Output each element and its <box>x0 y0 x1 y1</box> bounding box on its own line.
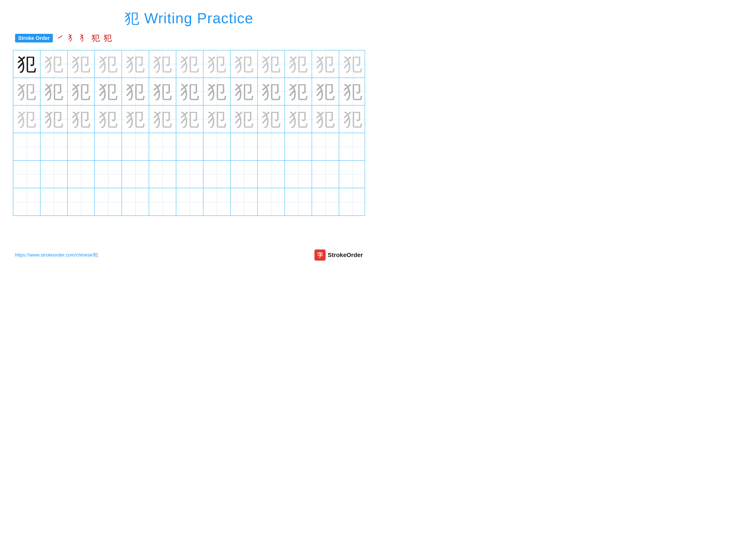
cell-2-6: 犯 <box>149 78 176 105</box>
cell-1-10: 犯 <box>258 50 285 78</box>
char-display: 犯 <box>44 55 63 73</box>
cell-2-4: 犯 <box>95 78 122 105</box>
cell-4-11 <box>285 133 312 160</box>
cell-5-7 <box>176 161 203 188</box>
cell-3-11: 犯 <box>285 106 312 133</box>
cell-3-2: 犯 <box>40 106 68 133</box>
cell-5-1 <box>14 161 40 188</box>
cell-5-9 <box>230 161 258 188</box>
char-display: 犯 <box>343 110 362 129</box>
cell-5-3 <box>68 161 95 188</box>
cell-1-11: 犯 <box>285 50 312 78</box>
cell-2-2: 犯 <box>40 78 68 105</box>
cell-6-3 <box>68 188 95 216</box>
cell-2-1: 犯 <box>14 78 40 105</box>
stroke-order-badge: Stroke Order <box>15 34 53 42</box>
char-display: 犯 <box>207 82 226 101</box>
char-display: 犯 <box>17 55 36 73</box>
footer: https://www.strokeorder.com/chinese/犯 字 … <box>15 249 363 261</box>
char-display: 犯 <box>207 110 226 129</box>
char-display: 犯 <box>17 82 36 101</box>
cell-6-4 <box>95 188 122 216</box>
cell-5-2 <box>40 161 68 188</box>
cell-4-7 <box>176 133 203 160</box>
cell-2-7: 犯 <box>176 78 203 105</box>
page-title: 犯 Writing Practice <box>0 0 378 28</box>
cell-6-12 <box>312 188 339 216</box>
stroke-chars: ㇒ 犭 犭 犯 犯 <box>57 33 112 43</box>
cell-5-12 <box>312 161 339 188</box>
char-display: 犯 <box>180 82 199 101</box>
cell-4-4 <box>95 133 122 160</box>
char-display: 犯 <box>207 55 226 73</box>
char-display: 犯 <box>126 55 145 73</box>
char-display: 犯 <box>343 55 362 73</box>
grid-row-3: 犯 犯 犯 犯 犯 犯 犯 犯 犯 犯 犯 犯 犯 <box>14 106 364 133</box>
cell-6-9 <box>230 188 258 216</box>
brand-name: StrokeOrder <box>328 252 363 259</box>
cell-1-13: 犯 <box>339 50 366 78</box>
char-display: 犯 <box>316 82 335 101</box>
cell-4-8 <box>203 133 230 160</box>
cell-4-6 <box>149 133 176 160</box>
cell-3-5: 犯 <box>122 106 149 133</box>
cell-3-1: 犯 <box>14 106 40 133</box>
cell-4-13 <box>339 133 366 160</box>
stroke-2: 犭 <box>68 33 76 43</box>
char-display: 犯 <box>262 55 281 73</box>
cell-4-5 <box>122 133 149 160</box>
cell-5-8 <box>203 161 230 188</box>
char-display: 犯 <box>44 82 63 101</box>
cell-2-13: 犯 <box>339 78 366 105</box>
grid-row-1: 犯 犯 犯 犯 犯 犯 犯 犯 犯 犯 犯 犯 犯 <box>14 50 364 78</box>
char-display: 犯 <box>343 82 362 101</box>
logo-icon: 字 <box>314 249 326 261</box>
cell-2-8: 犯 <box>203 78 230 105</box>
cell-5-11 <box>285 161 312 188</box>
char-display: 犯 <box>99 82 118 101</box>
char-display: 犯 <box>71 55 91 73</box>
char-display: 犯 <box>99 110 118 129</box>
cell-1-1: 犯 <box>14 50 40 78</box>
char-display: 犯 <box>126 110 145 129</box>
cell-2-10: 犯 <box>258 78 285 105</box>
char-display: 犯 <box>44 110 63 129</box>
char-display: 犯 <box>289 82 308 101</box>
cell-3-12: 犯 <box>312 106 339 133</box>
cell-3-10: 犯 <box>258 106 285 133</box>
char-display: 犯 <box>180 55 199 73</box>
grid-row-4 <box>14 133 364 161</box>
cell-2-3: 犯 <box>68 78 95 105</box>
cell-6-2 <box>40 188 68 216</box>
char-display: 犯 <box>17 110 36 129</box>
cell-4-10 <box>258 133 285 160</box>
cell-1-7: 犯 <box>176 50 203 78</box>
grid-row-2: 犯 犯 犯 犯 犯 犯 犯 犯 犯 犯 犯 犯 犯 <box>14 78 364 106</box>
cell-4-9 <box>230 133 258 160</box>
cell-3-13: 犯 <box>339 106 366 133</box>
char-display: 犯 <box>234 110 254 129</box>
char-display: 犯 <box>289 55 308 73</box>
char-display: 犯 <box>316 110 335 129</box>
stroke-4: 犯 <box>92 33 100 43</box>
footer-logo: 字 StrokeOrder <box>314 249 363 261</box>
cell-3-7: 犯 <box>176 106 203 133</box>
cell-6-5 <box>122 188 149 216</box>
char-display: 犯 <box>153 110 172 129</box>
practice-grid: 犯 犯 犯 犯 犯 犯 犯 犯 犯 犯 犯 犯 犯 犯 犯 犯 犯 犯 犯 犯 … <box>13 50 365 216</box>
cell-1-8: 犯 <box>203 50 230 78</box>
cell-5-10 <box>258 161 285 188</box>
cell-3-3: 犯 <box>68 106 95 133</box>
cell-6-8 <box>203 188 230 216</box>
cell-5-6 <box>149 161 176 188</box>
cell-4-2 <box>40 133 68 160</box>
cell-3-6: 犯 <box>149 106 176 133</box>
grid-row-6 <box>14 188 364 216</box>
cell-6-6 <box>149 188 176 216</box>
cell-6-10 <box>258 188 285 216</box>
cell-6-1 <box>14 188 40 216</box>
char-display: 犯 <box>234 82 254 101</box>
cell-4-3 <box>68 133 95 160</box>
char-display: 犯 <box>126 82 145 101</box>
char-display: 犯 <box>234 55 254 73</box>
